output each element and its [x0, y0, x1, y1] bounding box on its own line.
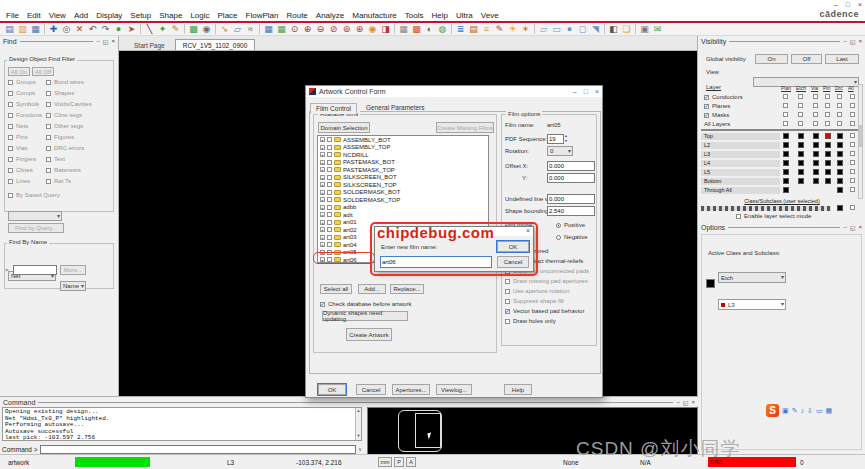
saved-query-select[interactable]	[8, 211, 62, 221]
conductors-checkbox[interactable]	[704, 95, 709, 100]
positive-radio[interactable]	[556, 223, 561, 228]
viewlog-button[interactable]: Viewlog...	[436, 384, 472, 395]
dynamic-shapes-button[interactable]: Dynamic shapes need updating	[322, 311, 408, 321]
spreadsheet-icon[interactable]: ▦	[275, 24, 288, 35]
zoom-out-icon[interactable]: ⊖	[314, 24, 327, 35]
window-close-button[interactable]: ×	[858, 0, 862, 9]
suppress-shape-fill-checkbox[interactable]	[505, 299, 510, 304]
dialog-titlebar[interactable]: Artwork Control Form – □ ×	[306, 86, 602, 97]
l3-all-checkbox[interactable]	[850, 151, 855, 156]
find-clines-checkbox[interactable]	[8, 168, 13, 173]
find-functions-checkbox[interactable]	[8, 113, 13, 118]
select-shape-icon[interactable]: ◻	[576, 24, 589, 35]
visibility-last-button[interactable]: Last	[825, 54, 859, 64]
add-connect-icon[interactable]: ✦	[156, 24, 169, 35]
conductors-all-checkbox[interactable]	[850, 94, 855, 99]
l4-etch-cell[interactable]	[798, 160, 804, 166]
draw-holes-only-checkbox[interactable]	[505, 319, 510, 324]
place-image-icon[interactable]: ▩	[187, 24, 200, 35]
console-scrollbar[interactable]: ▲ ▼	[355, 408, 361, 440]
menu-setup[interactable]: Setup	[126, 11, 155, 20]
l2-drc-cell[interactable]	[837, 142, 843, 148]
layer-row-l5[interactable]: L5	[701, 169, 780, 176]
l2-all-checkbox[interactable]	[850, 142, 855, 147]
dialog-maximize-button[interactable]: □	[584, 88, 588, 95]
edit-vertex-icon[interactable]: ▱	[231, 24, 244, 35]
layer-row-top[interactable]: Top	[701, 133, 780, 140]
info-icon[interactable]: ≣	[454, 24, 467, 35]
undo-icon[interactable]: ↶	[86, 24, 99, 35]
find-symbols-checkbox[interactable]	[8, 102, 13, 107]
menu-logic[interactable]: Logic	[186, 11, 213, 20]
help-button[interactable]: Help	[504, 384, 532, 395]
conductors-pin-checkbox[interactable]	[825, 94, 830, 99]
find-shapes-checkbox[interactable]	[46, 91, 51, 96]
subclass-select[interactable]: L3	[718, 299, 786, 310]
bottom-all-checkbox[interactable]	[850, 178, 855, 183]
masks-etch-checkbox[interactable]	[798, 112, 803, 117]
by-saved-query-checkbox[interactable]	[8, 193, 13, 198]
scroll-up-icon[interactable]: ▲	[357, 408, 359, 415]
film-dialog-close-button[interactable]: ×	[526, 227, 530, 234]
bottom-via-cell[interactable]	[813, 178, 819, 184]
options-close-icon[interactable]: ×	[858, 224, 862, 231]
menu-add[interactable]: Add	[70, 11, 92, 20]
film-dialog-ok-button[interactable]: OK	[497, 241, 529, 252]
ime-download-icon[interactable]: ⇩	[807, 407, 813, 415]
world-map-icon[interactable]: ◍	[436, 24, 449, 35]
film-row-silkscreen-top[interactable]: +SILKSCREEN_TOP	[318, 181, 488, 189]
find-groups-checkbox[interactable]	[8, 80, 13, 85]
shape-anti-icon[interactable]: ◥	[589, 24, 602, 35]
scroll-down-icon[interactable]: ▼	[357, 433, 359, 440]
masks-drc-checkbox[interactable]	[837, 112, 842, 117]
masks-checkbox[interactable]	[704, 113, 709, 118]
planes-checkbox[interactable]	[704, 104, 709, 109]
masks-all-checkbox[interactable]	[850, 112, 855, 117]
padstack-icon[interactable]: ❏	[620, 24, 633, 35]
all-layers-etch-checkbox[interactable]	[798, 121, 803, 126]
layer-row-through-all[interactable]: Through All	[701, 187, 780, 194]
planes-pin-checkbox[interactable]	[825, 103, 830, 108]
ime-handwriting-icon[interactable]: ✎	[792, 407, 798, 415]
masks-via-checkbox[interactable]	[813, 112, 818, 117]
clipped-row-checkbox[interactable]	[850, 205, 855, 210]
shape-rectangle-icon[interactable]: ▭	[550, 24, 563, 35]
l5-all-checkbox[interactable]	[850, 169, 855, 174]
l2-pin-cell[interactable]	[825, 142, 831, 148]
save-icon[interactable]: ▦	[29, 24, 42, 35]
bottom-etch-cell[interactable]	[798, 178, 804, 184]
tab-start-page[interactable]: Start Page	[127, 40, 172, 50]
negative-radio[interactable]	[556, 235, 561, 240]
planes-drc-checkbox[interactable]	[837, 103, 842, 108]
menu-shape[interactable]: Shape	[155, 11, 186, 20]
replace-button[interactable]: Replace...	[390, 284, 424, 294]
add-line-icon[interactable]: ╲	[143, 24, 156, 35]
apertures-button[interactable]: Apertures...	[392, 384, 430, 395]
layer-row-l2[interactable]: L2	[701, 142, 780, 149]
dialog-close-button[interactable]: ×	[595, 88, 599, 95]
create-missing-films-button[interactable]: Create Missing Films	[436, 122, 494, 133]
film-dialog-cancel-button[interactable]: Cancel	[497, 256, 529, 268]
planes-plan-checkbox[interactable]	[783, 103, 788, 108]
more-button[interactable]: More...	[60, 265, 86, 275]
find-nets-checkbox[interactable]	[8, 124, 13, 129]
clipped-row-cell[interactable]	[837, 205, 843, 211]
offset-x-input[interactable]	[547, 161, 595, 171]
ime-input-mode-icon[interactable]: ▣	[782, 407, 789, 415]
command-history-icon[interactable]: ∨	[358, 446, 362, 452]
menu-analyze[interactable]: Analyze	[312, 11, 348, 20]
select-all-button[interactable]: Select all	[320, 284, 352, 294]
command-close-icon[interactable]: ×	[691, 399, 695, 406]
domain-selection-button[interactable]: Domain Selection	[318, 122, 370, 133]
through-all-plan-cell[interactable]	[783, 187, 789, 193]
command-float-icon[interactable]: ◱	[683, 399, 689, 406]
command-minimize-icon[interactable]: –	[676, 399, 679, 406]
find-minimize-icon[interactable]: –	[96, 38, 99, 45]
find-fingers-checkbox[interactable]	[8, 157, 13, 162]
drc-indicator[interactable]: DRC	[708, 457, 796, 467]
window-grid-icon[interactable]: ▦	[262, 24, 275, 35]
class-select[interactable]: Etch	[718, 272, 786, 283]
menu-place[interactable]: Place	[214, 11, 242, 20]
offset-y-input[interactable]	[547, 173, 595, 183]
pin-icon[interactable]: ➤	[125, 24, 138, 35]
